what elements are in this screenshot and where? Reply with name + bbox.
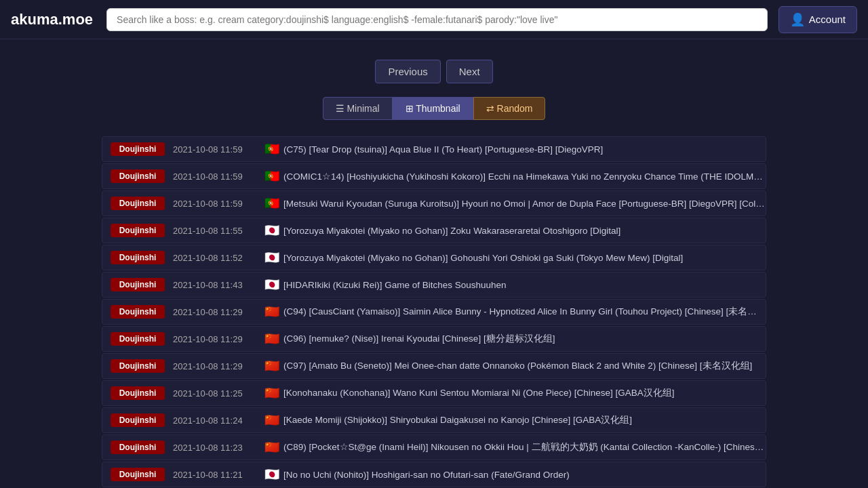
list-item[interactable]: Doujinshi2021-10-08 11:21🇯🇵[No no Uchi (… xyxy=(102,462,766,487)
item-title: [Yorozuya Miyakotei (Miyako no Gohan)] Z… xyxy=(283,226,766,236)
item-title: (C75) [Tear Drop (tsuina)] Aqua Blue II … xyxy=(283,144,766,155)
logo: akuma.moe xyxy=(11,11,93,28)
account-icon: 👤 xyxy=(790,12,805,27)
item-date: 2021-10-08 11:24 xyxy=(173,415,264,426)
item-date: 2021-10-08 11:29 xyxy=(173,334,264,344)
item-title: [Metsuki Warui Kyoudan (Suruga Kuroitsu)… xyxy=(283,199,766,209)
minimal-view-button[interactable]: ☰ Minimal xyxy=(323,97,393,120)
tag-badge: Doujinshi xyxy=(111,224,165,237)
list-item[interactable]: Doujinshi2021-10-08 11:43🇯🇵[HIDARIkiki (… xyxy=(102,272,766,298)
item-flag: 🇵🇹 xyxy=(264,142,279,157)
list-item[interactable]: Doujinshi2021-10-08 11:55🇯🇵[Yorozuya Miy… xyxy=(102,218,766,243)
tag-badge: Doujinshi xyxy=(111,169,165,183)
thumbnail-view-button[interactable]: ⊞ Thumbnail xyxy=(393,97,473,120)
item-date: 2021-10-08 11:59 xyxy=(173,171,264,182)
list-item[interactable]: Doujinshi2021-10-08 11:23🇨🇳(C89) [Pocket… xyxy=(102,434,766,460)
view-controls: ☰ Minimal ⊞ Thumbnail ⇄ Random xyxy=(0,97,868,120)
item-title: [Kaede Momiji (Shijokko)] Shiryobukai Da… xyxy=(283,414,766,426)
list-item[interactable]: Doujinshi2021-10-08 11:29🇨🇳(C96) [nemuke… xyxy=(102,326,766,352)
header: akuma.moe 👤 Account xyxy=(0,0,868,39)
item-title: [HIDARIkiki (Kizuki Rei)] Game of Bitche… xyxy=(283,280,766,290)
tag-badge: Doujinshi xyxy=(111,278,165,291)
list-item[interactable]: Doujinshi2021-10-08 11:59🇵🇹(C75) [Tear D… xyxy=(102,136,766,162)
item-title: (COMIC1☆14) [Hoshiyukicha (Yukihoshi Kok… xyxy=(283,171,766,182)
pagination: Previous Next xyxy=(0,60,868,83)
item-date: 2021-10-08 11:55 xyxy=(173,226,264,236)
item-flag: 🇯🇵 xyxy=(264,277,279,292)
item-flag: 🇨🇳 xyxy=(264,413,279,428)
list-item[interactable]: Doujinshi2021-10-08 11:25🇨🇳[Konohanaku (… xyxy=(102,380,766,406)
item-title: (C96) [nemuke? (Nise)] Irenai Kyoudai [C… xyxy=(283,333,766,345)
item-flag: 🇵🇹 xyxy=(264,169,279,184)
item-date: 2021-10-08 11:29 xyxy=(173,307,264,317)
search-input[interactable] xyxy=(106,8,768,31)
item-title: [Yorozuya Miyakotei (Miyako no Gohan)] G… xyxy=(283,253,766,263)
item-flag: 🇯🇵 xyxy=(264,250,279,265)
list-item[interactable]: Doujinshi2021-10-08 11:59🇵🇹[Metsuki Waru… xyxy=(102,190,766,216)
item-title: [No no Uchi (Nohito)] Hoshigari-san no O… xyxy=(283,470,766,480)
item-date: 2021-10-08 11:21 xyxy=(173,470,264,480)
list-item[interactable]: Doujinshi2021-10-08 11:24🇨🇳[Kaede Momiji… xyxy=(102,407,766,433)
tag-badge: Doujinshi xyxy=(111,359,165,373)
tag-badge: Doujinshi xyxy=(111,251,165,264)
item-date: 2021-10-08 11:59 xyxy=(173,144,264,155)
item-flag: 🇨🇳 xyxy=(264,440,279,455)
item-date: 2021-10-08 11:25 xyxy=(173,388,264,399)
previous-button[interactable]: Previous xyxy=(375,60,440,83)
account-button[interactable]: 👤 Account xyxy=(778,6,857,33)
tag-badge: Doujinshi xyxy=(111,441,165,454)
item-flag: 🇯🇵 xyxy=(264,467,279,482)
tag-badge: Doujinshi xyxy=(111,142,165,156)
list-item[interactable]: Doujinshi2021-10-08 11:52🇯🇵[Yorozuya Miy… xyxy=(102,245,766,270)
item-date: 2021-10-08 11:43 xyxy=(173,280,264,290)
random-view-button[interactable]: ⇄ Random xyxy=(473,97,546,120)
items-list: Doujinshi2021-10-08 11:59🇵🇹(C75) [Tear D… xyxy=(47,136,821,488)
list-item[interactable]: Doujinshi2021-10-08 11:29🇨🇳(C94) [CausCi… xyxy=(102,299,766,325)
list-item[interactable]: Doujinshi2021-10-08 11:29🇨🇳(C97) [Amato … xyxy=(102,353,766,379)
tag-badge: Doujinshi xyxy=(111,386,165,400)
tag-badge: Doujinshi xyxy=(111,413,165,427)
item-date: 2021-10-08 11:52 xyxy=(173,253,264,263)
item-flag: 🇨🇳 xyxy=(264,386,279,401)
item-flag: 🇯🇵 xyxy=(264,223,279,238)
random-icon: ⇄ xyxy=(486,103,497,114)
item-title: (C94) [CausCiant (Yamaiso)] Saimin Alice… xyxy=(283,306,766,318)
item-flag: 🇨🇳 xyxy=(264,331,279,346)
item-title: (C89) [Pocket☆St@ge (Inami Heil)] Nikous… xyxy=(283,441,766,453)
item-date: 2021-10-08 11:59 xyxy=(173,199,264,209)
next-button[interactable]: Next xyxy=(446,60,493,83)
item-flag: 🇨🇳 xyxy=(264,359,279,373)
list-item[interactable]: Doujinshi2021-10-08 11:59🇵🇹(COMIC1☆14) [… xyxy=(102,163,766,189)
tag-badge: Doujinshi xyxy=(111,468,165,481)
account-label: Account xyxy=(809,14,846,25)
item-title: [Konohanaku (Konohana)] Wano Kuni Sentou… xyxy=(283,387,766,399)
item-flag: 🇵🇹 xyxy=(264,196,279,211)
thumbnail-icon: ⊞ xyxy=(406,103,416,114)
tag-badge: Doujinshi xyxy=(111,305,165,319)
item-date: 2021-10-08 11:23 xyxy=(173,443,264,453)
minimal-icon: ☰ xyxy=(336,103,347,114)
item-date: 2021-10-08 11:29 xyxy=(173,361,264,371)
tag-badge: Doujinshi xyxy=(111,197,165,210)
item-title: (C97) [Amato Bu (Seneto)] Mei Onee-chan … xyxy=(283,360,766,372)
item-flag: 🇨🇳 xyxy=(264,304,279,319)
tag-badge: Doujinshi xyxy=(111,332,165,346)
